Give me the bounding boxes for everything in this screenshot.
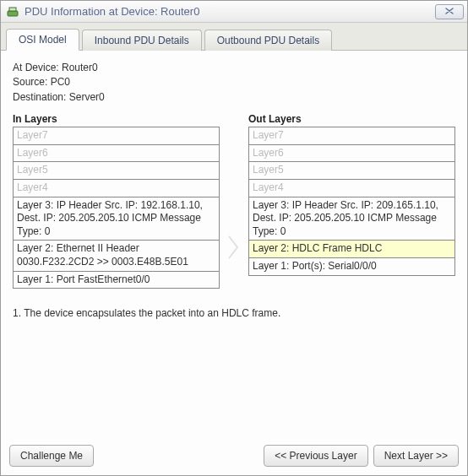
in-layers-stack: Layer7 Layer6 Layer5 Layer4 Layer 3: IP … bbox=[13, 127, 220, 289]
previous-layer-button[interactable]: << Previous Layer bbox=[264, 445, 367, 467]
pdu-info-window: PDU Information at Device: Router0 OSI M… bbox=[0, 0, 468, 476]
out-layer3[interactable]: Layer 3: IP Header Src. IP: 209.165.1.10… bbox=[249, 197, 454, 241]
window-title: PDU Information at Device: Router0 bbox=[24, 5, 435, 18]
destination-line: Destination: Server0 bbox=[13, 90, 455, 105]
out-layers-column: Out Layers Layer7 Layer6 Layer5 Layer4 L… bbox=[248, 113, 455, 289]
tabs-row: OSI Model Inbound PDU Details Outbound P… bbox=[1, 23, 467, 51]
titlebar: PDU Information at Device: Router0 bbox=[1, 1, 467, 23]
in-layer5[interactable]: Layer5 bbox=[14, 162, 219, 180]
out-layer2[interactable]: Layer 2: HDLC Frame HDLC bbox=[249, 241, 454, 258]
out-layer6[interactable]: Layer6 bbox=[249, 145, 454, 163]
svg-rect-1 bbox=[9, 8, 16, 11]
tab-outbound-pdu[interactable]: Outbound PDU Details bbox=[204, 30, 332, 51]
in-layers-heading: In Layers bbox=[13, 113, 220, 125]
at-device-line: At Device: Router0 bbox=[13, 61, 455, 75]
in-layer2[interactable]: Layer 2: Ethernet II Header 0030.F232.2C… bbox=[14, 241, 219, 271]
in-layers-column: In Layers Layer7 Layer6 Layer5 Layer4 La… bbox=[13, 113, 220, 289]
out-layers-heading: Out Layers bbox=[248, 113, 455, 125]
in-layer7[interactable]: Layer7 bbox=[14, 127, 219, 145]
in-layer6[interactable]: Layer6 bbox=[14, 145, 219, 163]
svg-rect-0 bbox=[8, 11, 18, 16]
out-layer5[interactable]: Layer5 bbox=[249, 162, 454, 180]
out-layer4[interactable]: Layer4 bbox=[249, 180, 454, 197]
tab-osi-model[interactable]: OSI Model bbox=[6, 29, 79, 51]
arrow-icon bbox=[226, 206, 242, 289]
footer-buttons: Challenge Me << Previous Layer Next Laye… bbox=[1, 438, 467, 475]
layers-columns: In Layers Layer7 Layer6 Layer5 Layer4 La… bbox=[13, 113, 455, 289]
close-icon bbox=[444, 7, 454, 17]
challenge-me-button[interactable]: Challenge Me bbox=[9, 445, 94, 467]
out-layer7[interactable]: Layer7 bbox=[249, 127, 454, 145]
out-layers-stack: Layer7 Layer6 Layer5 Layer4 Layer 3: IP … bbox=[248, 127, 455, 275]
in-layer3[interactable]: Layer 3: IP Header Src. IP: 192.168.1.10… bbox=[14, 197, 219, 241]
in-layer4[interactable]: Layer4 bbox=[14, 180, 219, 197]
content-area: At Device: Router0 Source: PC0 Destinati… bbox=[1, 51, 467, 438]
source-line: Source: PC0 bbox=[13, 75, 455, 89]
next-layer-button[interactable]: Next Layer >> bbox=[373, 445, 459, 467]
tab-inbound-pdu[interactable]: Inbound PDU Details bbox=[82, 30, 202, 51]
out-layer1[interactable]: Layer 1: Port(s): Serial0/0/0 bbox=[249, 258, 454, 275]
app-icon bbox=[6, 5, 19, 19]
in-layer1[interactable]: Layer 1: Port FastEthernet0/0 bbox=[14, 272, 219, 289]
device-info: At Device: Router0 Source: PC0 Destinati… bbox=[13, 61, 455, 105]
explanation-text: 1. The device encapsulates the packet in… bbox=[13, 307, 455, 319]
close-button[interactable] bbox=[435, 4, 464, 19]
